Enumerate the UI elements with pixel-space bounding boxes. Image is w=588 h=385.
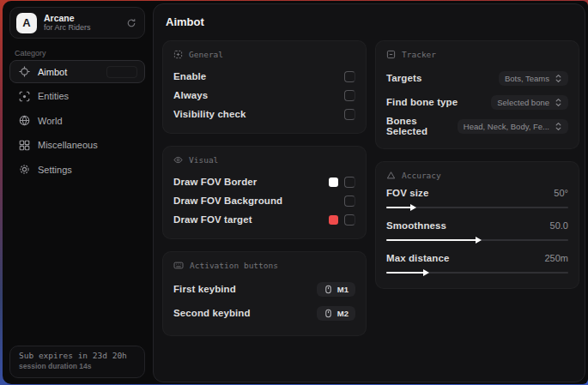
row-controls: [329, 214, 355, 226]
session-duration-text: session duration 14s: [19, 362, 136, 370]
accuracy-card: Accuracy FOV size 50° Smoothness: [375, 161, 579, 289]
always-checkbox[interactable]: [344, 90, 355, 101]
row-controls: [344, 196, 355, 207]
sidebar-item-label: Entities: [38, 91, 69, 101]
eye-icon: [173, 155, 183, 165]
sidebar: A Arcane for Arc Riders Category Aimbot: [3, 1, 152, 384]
activation-card-header: Activation buttons: [173, 261, 355, 270]
visual-card-title: Visual: [189, 155, 218, 165]
keyboard-icon: [173, 261, 184, 270]
dashed-grid-icon: [173, 50, 183, 59]
crosshair-icon: [19, 66, 30, 77]
app-subtitle: for Arc Riders: [44, 23, 119, 32]
bones-selected-dropdown[interactable]: Head, Neck, Body, Fe...: [458, 119, 568, 134]
targets-dropdown[interactable]: Bots, Teams: [499, 71, 568, 86]
bones-selected-value: Head, Neck, Body, Fe...: [464, 122, 549, 131]
sidebar-item-world[interactable]: World: [9, 109, 145, 132]
setting-label: Smoothness: [386, 220, 446, 231]
refresh-icon[interactable]: [126, 18, 136, 28]
tracker-card-title: Tracker: [402, 50, 436, 59]
fov-border-color-swatch[interactable]: [329, 177, 338, 187]
mouse-icon: [324, 309, 333, 318]
sidebar-item-entities[interactable]: Entities: [9, 85, 145, 108]
subscription-box: Sub expires in 23d 20h session duration …: [9, 346, 145, 378]
slider-label-row: FOV size 50°: [386, 188, 568, 198]
setting-label: Draw FOV target: [173, 214, 252, 225]
sidebar-item-label: World: [38, 116, 63, 126]
smoothness-slider[interactable]: [386, 236, 568, 244]
smoothness-value: 50.0: [550, 220, 568, 231]
draw-fov-target-checkbox[interactable]: [344, 214, 355, 226]
max-distance-value: 250m: [544, 253, 568, 263]
visual-card: Visual Draw FOV Border Draw FOV Backgrou…: [162, 146, 367, 239]
sidebar-item-miscellaneous[interactable]: Miscellaneous: [9, 134, 145, 157]
setting-label: First keybind: [173, 284, 236, 294]
setting-row-always: Always: [173, 86, 355, 105]
unfold-icon: [555, 98, 562, 107]
tracker-card: Tracker Targets Bots, Teams Find bone: [375, 40, 579, 149]
max-distance-slider[interactable]: [386, 268, 568, 276]
enable-checkbox[interactable]: [344, 71, 355, 82]
fov-size-slider[interactable]: [386, 203, 568, 211]
setting-row-visibility-check: Visibility check: [173, 105, 355, 123]
aimbot-keybind-hint: [106, 66, 137, 78]
box-minus-icon: [386, 50, 396, 59]
sidebar-item-label: Settings: [38, 165, 72, 175]
brand-text: Arcane for Arc Riders: [44, 13, 119, 32]
setting-label: Draw FOV Background: [173, 196, 282, 206]
draw-fov-border-checkbox[interactable]: [344, 177, 355, 188]
unfold-icon: [555, 122, 562, 131]
setting-row-draw-fov-target: Draw FOV target: [173, 210, 355, 229]
setting-label: FOV size: [386, 188, 428, 198]
brand-card: A Arcane for Arc Riders: [9, 7, 145, 39]
slider-thumb[interactable]: [476, 237, 482, 244]
slider-fill: [386, 239, 477, 241]
general-card-title: General: [189, 50, 223, 59]
first-keybind-button[interactable]: M1: [317, 282, 355, 297]
slider-fill: [386, 207, 412, 208]
mouse-icon: [324, 285, 333, 294]
slider-thumb[interactable]: [423, 269, 429, 276]
setting-row-first-keybind: First keybind M1: [173, 278, 355, 300]
right-column: Tracker Targets Bots, Teams Find bone: [375, 40, 579, 301]
setting-group-smoothness: Smoothness 50.0: [386, 220, 568, 244]
setting-row-second-keybind: Second keybind M2: [173, 302, 355, 324]
fov-size-value: 50°: [554, 188, 568, 198]
fov-target-color-swatch[interactable]: [329, 215, 338, 225]
visibility-check-checkbox[interactable]: [344, 109, 355, 120]
slider-thumb[interactable]: [410, 204, 416, 211]
left-column: General Enable Always Visibility check: [162, 40, 367, 348]
second-keybind-button[interactable]: M2: [317, 306, 355, 321]
setting-label: Max distance: [386, 253, 449, 263]
grid-icon: [19, 140, 30, 151]
app-logo: A: [16, 13, 37, 33]
sub-expires-text: Sub expires in 23d 20h: [19, 351, 136, 360]
setting-row-draw-fov-border: Draw FOV Border: [173, 172, 355, 191]
category-nav: Aimbot Entities World: [9, 60, 145, 183]
sidebar-item-settings[interactable]: Settings: [9, 158, 145, 181]
setting-label: Find bone type: [386, 97, 458, 107]
setting-label: Visibility check: [173, 109, 246, 119]
find-bone-type-dropdown[interactable]: Selected bone: [491, 95, 568, 110]
setting-row-targets: Targets Bots, Teams: [386, 67, 568, 89]
tracker-card-header: Tracker: [386, 50, 568, 59]
general-card: General Enable Always Visibility check: [162, 40, 367, 134]
setting-group-fov-size: FOV size 50°: [386, 188, 568, 211]
setting-group-max-distance: Max distance 250m: [386, 253, 568, 276]
unfold-icon: [555, 74, 562, 83]
app-name: Arcane: [44, 13, 119, 23]
targets-value: Bots, Teams: [505, 74, 549, 83]
keybind-value: M2: [337, 309, 349, 318]
setting-label: Enable: [173, 71, 206, 81]
row-controls: [329, 177, 355, 188]
draw-fov-background-checkbox[interactable]: [344, 196, 355, 207]
slider-label-row: Max distance 250m: [386, 253, 568, 263]
gear-icon: [19, 164, 30, 175]
sidebar-item-aimbot[interactable]: Aimbot: [9, 60, 145, 83]
slider-label-row: Smoothness 50.0: [386, 220, 568, 231]
app-window: A Arcane for Arc Riders Category Aimbot: [3, 1, 588, 384]
setting-row-find-bone-type: Find bone type Selected bone: [386, 91, 568, 113]
setting-label: Second keybind: [173, 308, 251, 318]
setting-label: Always: [173, 90, 208, 100]
accuracy-card-title: Accuracy: [402, 171, 441, 180]
